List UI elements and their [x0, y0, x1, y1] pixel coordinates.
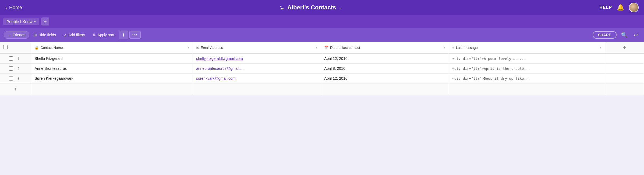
- row-3-email-link[interactable]: sorenkvark@gmail.com: [196, 76, 235, 81]
- row-1-date: April 12, 2016: [321, 54, 449, 64]
- share-button[interactable]: SHARE: [593, 31, 617, 39]
- sort-caret-name: ▾: [188, 46, 189, 49]
- row-2-date: April 8, 2016: [321, 64, 449, 74]
- add-filters-button[interactable]: ⊿ Add filters: [60, 31, 88, 38]
- more-options-button[interactable]: •••: [129, 31, 141, 39]
- hide-fields-button[interactable]: ⊞ Hide fields: [30, 31, 59, 38]
- group-label: Friends: [13, 33, 25, 37]
- view-tab-label: People I Know: [6, 19, 33, 24]
- search-button[interactable]: 🔍: [620, 31, 628, 39]
- row-3-extra: [605, 74, 644, 83]
- column-header-date[interactable]: 📅 Date of last contact ▾: [321, 42, 449, 54]
- row-2-message: <div dir="ltr">April is the cruele...: [449, 64, 605, 74]
- lock-icon: 🔒: [34, 46, 39, 50]
- view-tab-people-i-know[interactable]: People I Know ▾: [3, 18, 39, 25]
- email-icon: ✉: [196, 46, 199, 50]
- views-nav: People I Know ▾ +: [0, 15, 644, 28]
- export-icon: ⬆: [122, 32, 125, 38]
- toolbar-left: ⌄ Friends ⊞ Hide fields ⊿ Add filters ⇅ …: [4, 31, 141, 39]
- row-3-email[interactable]: sorenkvark@gmail.com: [193, 74, 321, 83]
- add-view-button[interactable]: +: [41, 17, 49, 25]
- add-row[interactable]: +: [0, 83, 644, 95]
- home-label: Home: [9, 5, 22, 10]
- calendar-icon: 📅: [324, 46, 328, 50]
- row-1-email-link[interactable]: shellyjfitzgerald@gmail.com: [196, 56, 243, 61]
- question-icon: ↩: [634, 32, 638, 38]
- title-dropdown-icon[interactable]: ⌄: [339, 5, 342, 10]
- row-2-email-link[interactable]: annebrontesaurus@gmail....: [196, 66, 243, 71]
- column-header-name[interactable]: 🔒 Contact Name ▾: [31, 42, 193, 54]
- row-2-email[interactable]: annebrontesaurus@gmail....: [193, 64, 321, 74]
- hide-fields-icon: ⊞: [34, 33, 37, 37]
- toolbar-right: SHARE 🔍 ↩: [593, 31, 640, 39]
- toolbar: ⌄ Friends ⊞ Hide fields ⊿ Add filters ⇅ …: [0, 28, 644, 42]
- add-row-email-cell: [193, 83, 321, 95]
- avatar[interactable]: [629, 3, 639, 12]
- row-3-date: April 12, 2016: [321, 74, 449, 83]
- col-date-label: Date of last contact: [330, 46, 360, 50]
- row-1-message: <div dir="ltr">A poem lovely as ...: [449, 54, 605, 64]
- folder-icon: 🗂: [279, 5, 285, 11]
- row-2-name[interactable]: Anne Brontësaurus: [31, 64, 193, 74]
- database-title: Albert's Contacts: [287, 4, 336, 11]
- row-1-checkbox-cell: 1: [0, 54, 31, 64]
- column-header-email[interactable]: ✉ Email Address ▾: [193, 42, 321, 54]
- row-3-name[interactable]: Søren Kierkegaardvark: [31, 74, 193, 83]
- help-icon-button[interactable]: ↩: [632, 31, 640, 39]
- add-row-date-cell: [321, 83, 449, 95]
- add-row-extra-cell: [605, 83, 644, 95]
- database-title-area: 🗂 Albert's Contacts ⌄: [279, 4, 342, 11]
- group-selector[interactable]: ⌄ Friends: [4, 31, 29, 39]
- add-icon: +: [44, 19, 47, 25]
- sort-icon: ⇅: [93, 33, 96, 37]
- table-header-row: 🔒 Contact Name ▾ ✉ Email Address ▾ 📅: [0, 42, 644, 54]
- view-tab-caret-icon: ▾: [34, 20, 36, 23]
- contacts-table: 🔒 Contact Name ▾ ✉ Email Address ▾ 📅: [0, 42, 644, 95]
- back-chevron-icon: ‹: [5, 5, 7, 10]
- col-name-label: Contact Name: [40, 46, 63, 50]
- checkbox-header: [0, 42, 31, 54]
- export-button[interactable]: ⬆: [119, 31, 128, 39]
- row-2-checkbox-cell: 2: [0, 64, 31, 74]
- search-icon: 🔍: [621, 32, 628, 38]
- row-3-checkbox-cell: 3: [0, 74, 31, 83]
- row-1-checkbox[interactable]: [9, 56, 13, 61]
- table-row: 1 Shella Fitzgerald shellyjfitzgerald@gm…: [0, 54, 644, 64]
- top-nav-right: HELP 🔔: [599, 3, 639, 12]
- col-email-label: Email Address: [201, 46, 223, 50]
- chevron-down-icon: ⌄: [8, 33, 11, 37]
- select-all-checkbox[interactable]: [3, 45, 8, 49]
- table-row: 3 Søren Kierkegaardvark sorenkvark@gmail…: [0, 74, 644, 83]
- notifications-icon[interactable]: 🔔: [617, 4, 624, 11]
- row-2-number: 2: [15, 67, 22, 71]
- add-row-plus[interactable]: +: [0, 83, 31, 95]
- col-message-label: Last message: [456, 46, 478, 50]
- data-table-wrapper: 🔒 Contact Name ▾ ✉ Email Address ▾ 📅: [0, 42, 644, 95]
- help-button[interactable]: HELP: [599, 5, 612, 10]
- filter-icon: ⊿: [63, 33, 67, 37]
- apply-sort-button[interactable]: ⇅ Apply sort: [89, 31, 117, 38]
- row-1-number: 1: [15, 57, 22, 61]
- row-2-checkbox[interactable]: [9, 66, 13, 71]
- row-1-extra: [605, 54, 644, 64]
- avatar-image: [629, 3, 638, 12]
- add-row-message-cell: [449, 83, 605, 95]
- row-2-extra: [605, 64, 644, 74]
- row-3-number: 3: [15, 76, 22, 81]
- add-column-button[interactable]: +: [605, 42, 644, 54]
- home-back-btn[interactable]: ‹ Home: [5, 5, 22, 10]
- row-1-email[interactable]: shellyjfitzgerald@gmail.com: [193, 54, 321, 64]
- sort-caret-message: ▾: [600, 46, 601, 49]
- sort-caret-date: ▾: [444, 46, 445, 49]
- row-3-checkbox[interactable]: [9, 76, 13, 81]
- table-row: 2 Anne Brontësaurus annebrontesaurus@gma…: [0, 64, 644, 74]
- row-3-message: <div dir="ltr">Does it dry up like...: [449, 74, 605, 83]
- column-header-message[interactable]: ≡ Last message ▾: [449, 42, 605, 54]
- message-icon: ≡: [452, 46, 454, 50]
- top-nav: ‹ Home 🗂 Albert's Contacts ⌄ HELP 🔔: [0, 0, 644, 15]
- sort-caret-email: ▾: [316, 46, 317, 49]
- row-1-name[interactable]: Shella Fitzgerald: [31, 54, 193, 64]
- add-row-name-cell: [31, 83, 193, 95]
- more-dots-icon: •••: [132, 33, 138, 37]
